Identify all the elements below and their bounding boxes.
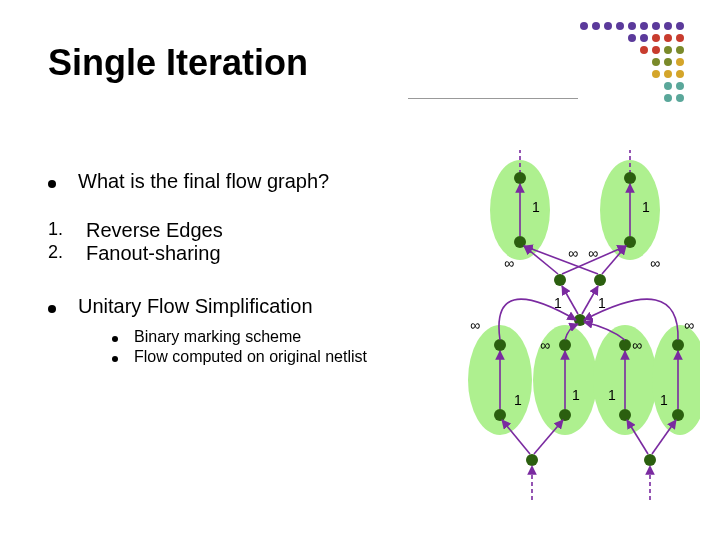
svg-point-14 xyxy=(640,46,648,54)
content-area: What is the final flow graph? 1. Reverse… xyxy=(48,170,448,368)
edge-label: ∞ xyxy=(568,245,578,261)
edge-label: 1 xyxy=(598,295,606,311)
svg-point-13 xyxy=(676,34,684,42)
svg-point-42 xyxy=(554,274,566,286)
edge-label: 1 xyxy=(572,387,580,403)
ufs-text: Unitary Flow Simplification xyxy=(78,295,313,318)
svg-line-46 xyxy=(524,246,598,274)
svg-point-25 xyxy=(676,82,684,90)
slide-title: Single Iteration xyxy=(48,42,308,84)
svg-point-18 xyxy=(652,58,660,66)
edge-label: ∞ xyxy=(540,337,550,353)
svg-point-55 xyxy=(619,339,631,351)
svg-point-43 xyxy=(594,274,606,286)
svg-point-11 xyxy=(652,34,660,42)
svg-point-23 xyxy=(676,70,684,78)
svg-point-53 xyxy=(559,339,571,351)
flow-graph-diagram: 1 1 ∞ ∞ ∞ ∞ 1 1 ∞ ∞ ∞ ∞ 1 1 1 1 xyxy=(450,150,700,510)
title-divider xyxy=(408,98,578,99)
corner-dot-decoration xyxy=(578,20,698,120)
svg-point-6 xyxy=(652,22,660,30)
svg-line-44 xyxy=(524,246,558,274)
svg-point-5 xyxy=(640,22,648,30)
edge-label: ∞ xyxy=(650,255,660,271)
svg-point-22 xyxy=(664,70,672,78)
svg-point-57 xyxy=(672,339,684,351)
edge-label: ∞ xyxy=(588,245,598,261)
svg-point-36 xyxy=(514,172,526,184)
svg-point-4 xyxy=(628,22,636,30)
svg-point-1 xyxy=(592,22,600,30)
bullet-icon xyxy=(48,180,56,188)
question-text: What is the final flow graph? xyxy=(78,170,329,193)
edge-label: 1 xyxy=(660,392,668,408)
edge-label: ∞ xyxy=(632,337,642,353)
svg-point-19 xyxy=(664,58,672,66)
svg-point-54 xyxy=(559,409,571,421)
svg-point-38 xyxy=(624,172,636,184)
edge-label: 1 xyxy=(514,392,522,408)
step-2-text: Fanout-sharing xyxy=(86,242,221,265)
sub-bullet-icon xyxy=(112,356,118,362)
svg-point-8 xyxy=(676,22,684,30)
svg-point-2 xyxy=(604,22,612,30)
svg-point-64 xyxy=(644,454,656,466)
edge-label: ∞ xyxy=(504,255,514,271)
svg-point-12 xyxy=(664,34,672,42)
svg-point-58 xyxy=(672,409,684,421)
svg-point-20 xyxy=(676,58,684,66)
svg-point-24 xyxy=(664,82,672,90)
step-1-text: Reverse Edges xyxy=(86,219,223,242)
step-number-1: 1. xyxy=(48,219,72,240)
svg-point-10 xyxy=(640,34,648,42)
edge-label: 1 xyxy=(642,199,650,215)
svg-point-56 xyxy=(619,409,631,421)
svg-line-49 xyxy=(562,286,578,314)
edge-label: ∞ xyxy=(684,317,694,333)
svg-point-0 xyxy=(580,22,588,30)
svg-point-15 xyxy=(652,46,660,54)
sub-1-text: Binary marking scheme xyxy=(134,328,301,346)
svg-point-51 xyxy=(494,339,506,351)
step-number-2: 2. xyxy=(48,242,72,263)
bullet-icon xyxy=(48,305,56,313)
svg-point-16 xyxy=(664,46,672,54)
edge-label: 1 xyxy=(532,199,540,215)
edge-label: 1 xyxy=(608,387,616,403)
svg-point-7 xyxy=(664,22,672,30)
svg-point-9 xyxy=(628,34,636,42)
edge-label: ∞ xyxy=(470,317,480,333)
svg-point-63 xyxy=(526,454,538,466)
svg-point-3 xyxy=(616,22,624,30)
svg-point-17 xyxy=(676,46,684,54)
sub-2-text: Flow computed on original netlist xyxy=(134,348,367,366)
sub-bullet-icon xyxy=(112,336,118,342)
svg-point-21 xyxy=(652,70,660,78)
svg-point-26 xyxy=(664,94,672,102)
svg-point-52 xyxy=(494,409,506,421)
svg-line-50 xyxy=(582,286,598,314)
svg-point-27 xyxy=(676,94,684,102)
